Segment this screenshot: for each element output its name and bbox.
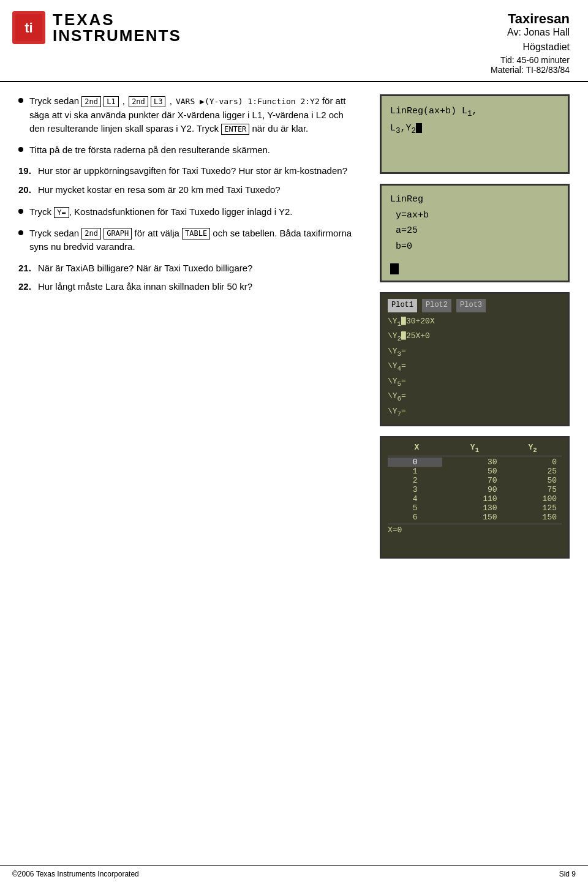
bullet-item-2: Titta på de tre första raderna på den re…	[18, 143, 361, 157]
page-title: Taxiresan	[491, 11, 570, 27]
calc-screen-2: LinReg y=ax+b a=25 b=0	[380, 184, 570, 282]
cell-y2-5: 125	[502, 503, 562, 513]
screen2-line3: a=25	[390, 223, 559, 239]
cell-y1-4: 110	[442, 494, 502, 503]
right-column: LinReg(ax+b) L1, L3,Y2 LinReg y=ax+b a=2…	[380, 94, 570, 559]
cell-x-5: 5	[388, 503, 442, 513]
logo-instruments: Instruments	[53, 28, 181, 43]
screen3-y5: \Y5=	[388, 375, 562, 390]
bullet-item-4: Tryck sedan 2nd GRAPH för att välja TABL…	[18, 227, 361, 254]
question-text-19: Hur stor är uppkörningsavgiften för Taxi…	[38, 164, 347, 178]
logo-texas: Texas	[53, 12, 181, 28]
calc-screen-3: Plot1 Plot2 Plot3 \Y1█30+20X \Y2█25X+0 \…	[380, 292, 570, 426]
table-row-4: 4 110 100	[388, 494, 562, 503]
question-num-21: 21.	[18, 262, 34, 276]
bullet-dot-2	[18, 147, 23, 152]
page-header: ti Texas Instruments Taxiresan Av: Jonas…	[0, 0, 588, 82]
plot2-tab: Plot2	[422, 299, 451, 312]
cell-x-6: 6	[388, 513, 442, 522]
bullet-text-1: Tryck sedan 2nd L1 , 2nd L3 , VARS ▶(Y-v…	[29, 94, 361, 136]
question-num-22: 22.	[18, 280, 34, 294]
cell-x-0: 0	[388, 458, 442, 467]
key-2nd-1: 2nd	[81, 96, 101, 108]
question-num-20: 20.	[18, 183, 34, 197]
cursor-2	[390, 263, 399, 274]
question-text-21: När är TaxiAB billigare? När är Taxi Tux…	[38, 262, 252, 276]
screen3-y4: \Y4=	[388, 360, 562, 374]
left-column: Tryck sedan 2nd L1 , 2nd L3 , VARS ▶(Y-v…	[18, 94, 368, 559]
page-footer: ©2006 Texas Instruments Incorporated Sid…	[0, 865, 588, 882]
svg-text:ti: ti	[24, 20, 32, 36]
screen3-y6: \Y6=	[388, 390, 562, 404]
calc-screen-4: X Y1 Y2 0 30 0 1 50 25 2 70 50	[380, 436, 570, 559]
key-2nd-3: 2nd	[81, 228, 101, 239]
cell-x-1: 1	[388, 467, 442, 476]
table-row-2: 2 70 50	[388, 476, 562, 485]
cell-y1-3: 90	[442, 485, 502, 494]
cell-x-2: 2	[388, 476, 442, 485]
questions-section-2: 21. När är TaxiAB billigare? När är Taxi…	[18, 262, 361, 294]
cell-y2-2: 50	[502, 476, 562, 485]
questions-section-1: 19. Hur stor är uppkörningsavgiften för …	[18, 164, 361, 197]
cursor-1	[416, 123, 422, 133]
screen3-header: Plot1 Plot2 Plot3	[388, 299, 562, 312]
bullet-dot-4	[18, 230, 23, 235]
question-19: 19. Hur stor är uppkörningsavgiften för …	[18, 164, 361, 178]
cell-y1-5: 130	[442, 503, 502, 513]
screen3-y1: \Y1█30+20X	[388, 315, 562, 330]
screen1-text: LinReg(ax+b) L1, L3,Y2	[390, 104, 559, 138]
page-author: Av: Jonas Hall	[491, 27, 570, 38]
calc-screen-1: LinReg(ax+b) L1, L3,Y2	[380, 94, 570, 174]
cell-y2-6: 150	[502, 513, 562, 522]
question-num-19: 19.	[18, 164, 34, 178]
key-table: TABLE	[182, 228, 210, 239]
bullet-text-4: Tryck sedan 2nd GRAPH för att välja TABL…	[29, 227, 361, 254]
table-row-6: 6 150 150	[388, 513, 562, 522]
key-2nd-2: 2nd	[129, 96, 148, 108]
question-21: 21. När är TaxiAB billigare? När är Taxi…	[18, 262, 361, 276]
col-y2-header: Y2	[503, 443, 562, 454]
page-time: Tid: 45-60 minuter	[491, 55, 570, 65]
col-x-header: X	[388, 443, 446, 454]
logo-text: Texas Instruments	[53, 12, 181, 43]
header-right: Taxiresan Av: Jonas Hall Högstadiet Tid:…	[491, 11, 570, 75]
key-l1: L1	[104, 96, 118, 108]
cell-y1-6: 150	[442, 513, 502, 522]
footer-page: Sid 9	[559, 870, 576, 878]
question-text-20: Hur mycket kostar en resa som är 20 km m…	[38, 183, 281, 197]
screen2-line4: b=0	[390, 239, 559, 255]
key-enter: ENTER	[221, 124, 249, 135]
page-material: Material: TI-82/83/84	[491, 65, 570, 75]
table-row-1: 1 50 25	[388, 467, 562, 476]
bullet-dot-1	[18, 98, 23, 103]
screen1-line1: LinReg(ax+b) L1,	[390, 104, 559, 121]
cell-y1-0: 30	[442, 458, 502, 467]
bullet-item-1: Tryck sedan 2nd L1 , 2nd L3 , VARS ▶(Y-v…	[18, 94, 361, 136]
bullet-text-3: Tryck Y=, Kostnadsfunktionen för Taxi Tu…	[29, 205, 292, 219]
key-y-equals: Y=	[54, 207, 69, 219]
ti-logo-icon: ti	[12, 11, 45, 44]
table-footer: X=0	[388, 524, 562, 535]
table-row-0: 0 30 0	[388, 458, 562, 467]
screen1-line2: L3,Y2	[390, 121, 559, 138]
key-l3: L3	[151, 96, 165, 108]
cell-y1-2: 70	[442, 476, 502, 485]
screen3-y7: \Y7=	[388, 405, 562, 420]
main-content: Tryck sedan 2nd L1 , 2nd L3 , VARS ▶(Y-v…	[0, 82, 588, 571]
question-20: 20. Hur mycket kostar en resa som är 20 …	[18, 183, 361, 197]
key-graph: GRAPH	[104, 228, 132, 239]
page-level: Högstadiet	[491, 42, 570, 53]
vars-text: VARS ▶(Y-vars) 1:Function 2:Y2	[176, 97, 320, 106]
col-y1-header: Y1	[446, 443, 504, 454]
cell-x-3: 3	[388, 485, 442, 494]
table-header: X Y1 Y2	[388, 443, 562, 456]
footer-copyright: ©2006 Texas Instruments Incorporated	[12, 870, 139, 878]
bullet-item-3: Tryck Y=, Kostnadsfunktionen för Taxi Tu…	[18, 205, 361, 219]
screen2-line2: y=ax+b	[390, 208, 559, 224]
screen2-content: LinReg y=ax+b a=25 b=0	[390, 192, 559, 254]
cell-y2-1: 25	[502, 467, 562, 476]
table-row-5: 5 130 125	[388, 503, 562, 513]
question-22: 22. Hur långt måste Lara åka innan skill…	[18, 280, 361, 294]
plot3-tab: Plot3	[456, 299, 486, 312]
question-text-22: Hur långt måste Lara åka innan skillnade…	[38, 280, 252, 294]
